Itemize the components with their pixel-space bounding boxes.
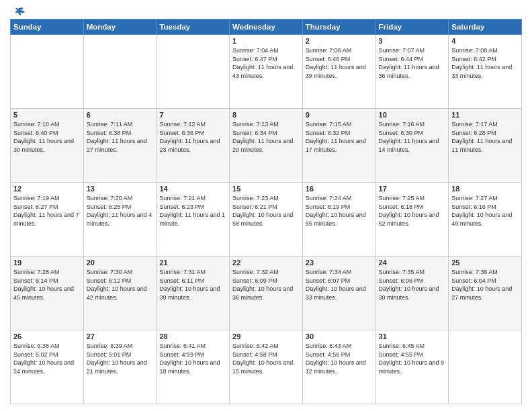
calendar-cell: 4Sunrise: 7:08 AMSunset: 6:42 PMDaylight… (449, 35, 522, 109)
day-number: 17 (379, 185, 446, 193)
weekday-header-tuesday: Tuesday (157, 19, 230, 35)
day-info: Sunrise: 7:30 AMSunset: 6:12 PMDaylight:… (87, 268, 154, 302)
day-number: 29 (232, 332, 300, 340)
day-number: 12 (13, 185, 81, 193)
day-info: Sunrise: 6:41 AMSunset: 4:59 PMDaylight:… (159, 342, 226, 375)
day-number: 23 (306, 259, 373, 267)
day-info: Sunrise: 7:23 AMSunset: 6:21 PMDaylight:… (232, 194, 300, 228)
calendar-cell: 17Sunrise: 7:25 AMSunset: 6:18 PMDayligh… (375, 183, 449, 257)
day-info: Sunrise: 6:45 AMSunset: 4:55 PMDaylight:… (379, 342, 446, 375)
calendar-cell: 15Sunrise: 7:23 AMSunset: 6:21 PMDayligh… (230, 183, 303, 257)
calendar-cell: 18Sunrise: 7:27 AMSunset: 6:16 PMDayligh… (449, 183, 522, 257)
weekday-header-sunday: Sunday (11, 19, 84, 35)
calendar-cell: 22Sunrise: 7:32 AMSunset: 6:09 PMDayligh… (230, 257, 303, 330)
weekday-header-saturday: Saturday (449, 19, 522, 35)
day-number: 9 (306, 111, 373, 119)
day-number: 21 (159, 259, 226, 267)
calendar-cell: 16Sunrise: 7:24 AMSunset: 6:19 PMDayligh… (302, 183, 375, 257)
calendar-cell: 23Sunrise: 7:34 AMSunset: 6:07 PMDayligh… (302, 257, 375, 330)
calendar-cell: 29Sunrise: 6:42 AMSunset: 4:58 PMDayligh… (230, 330, 303, 404)
calendar-cell: 19Sunrise: 7:28 AMSunset: 6:14 PMDayligh… (11, 257, 84, 330)
day-number: 24 (379, 259, 446, 267)
day-number: 16 (306, 185, 373, 193)
calendar-cell: 25Sunrise: 7:36 AMSunset: 6:04 PMDayligh… (449, 257, 522, 330)
day-number: 8 (232, 111, 300, 119)
weekday-header-wednesday: Wednesday (230, 19, 303, 35)
day-info: Sunrise: 7:24 AMSunset: 6:19 PMDaylight:… (306, 194, 373, 228)
day-number: 31 (379, 332, 446, 340)
calendar-cell: 3Sunrise: 7:07 AMSunset: 6:44 PMDaylight… (375, 35, 449, 109)
day-info: Sunrise: 7:13 AMSunset: 6:34 PMDaylight:… (232, 120, 300, 154)
calendar-week-4: 19Sunrise: 7:28 AMSunset: 6:14 PMDayligh… (11, 257, 522, 330)
calendar-cell: 1Sunrise: 7:04 AMSunset: 6:47 PMDaylight… (230, 35, 303, 109)
day-info: Sunrise: 7:04 AMSunset: 6:47 PMDaylight:… (232, 46, 300, 80)
logo-bird-icon (11, 7, 26, 17)
calendar-week-3: 12Sunrise: 7:19 AMSunset: 6:27 PMDayligh… (11, 183, 522, 257)
day-info: Sunrise: 6:38 AMSunset: 5:02 PMDaylight:… (13, 342, 81, 375)
day-number: 3 (379, 37, 446, 45)
calendar-cell: 27Sunrise: 6:39 AMSunset: 5:01 PMDayligh… (83, 330, 157, 404)
day-number: 10 (379, 111, 446, 119)
calendar-cell: 6Sunrise: 7:11 AMSunset: 6:38 PMDaylight… (83, 109, 157, 183)
calendar-cell: 30Sunrise: 6:43 AMSunset: 4:56 PMDayligh… (302, 330, 375, 404)
calendar-cell: 14Sunrise: 7:21 AMSunset: 6:23 PMDayligh… (157, 183, 230, 257)
calendar-cell: 10Sunrise: 7:16 AMSunset: 6:30 PMDayligh… (375, 109, 449, 183)
header (10, 7, 522, 16)
day-number: 6 (87, 111, 154, 119)
calendar-cell: 26Sunrise: 6:38 AMSunset: 5:02 PMDayligh… (11, 330, 84, 404)
day-info: Sunrise: 6:39 AMSunset: 5:01 PMDaylight:… (87, 342, 154, 375)
day-info: Sunrise: 7:36 AMSunset: 6:04 PMDaylight:… (451, 268, 519, 302)
day-info: Sunrise: 7:17 AMSunset: 6:28 PMDaylight:… (451, 120, 519, 154)
calendar-cell (449, 330, 522, 404)
day-number: 28 (159, 332, 226, 340)
day-info: Sunrise: 7:19 AMSunset: 6:27 PMDaylight:… (13, 194, 81, 228)
day-info: Sunrise: 7:31 AMSunset: 6:11 PMDaylight:… (159, 268, 226, 302)
calendar-table: SundayMondayTuesdayWednesdayThursdayFrid… (10, 19, 522, 404)
day-number: 27 (87, 332, 154, 340)
calendar-cell: 28Sunrise: 6:41 AMSunset: 4:59 PMDayligh… (157, 330, 230, 404)
day-info: Sunrise: 6:42 AMSunset: 4:58 PMDaylight:… (232, 342, 300, 375)
day-number: 1 (232, 37, 300, 45)
day-info: Sunrise: 7:11 AMSunset: 6:38 PMDaylight:… (87, 120, 154, 154)
calendar-cell: 24Sunrise: 7:35 AMSunset: 6:06 PMDayligh… (375, 257, 449, 330)
day-info: Sunrise: 7:35 AMSunset: 6:06 PMDaylight:… (379, 268, 446, 302)
day-number: 4 (451, 37, 519, 45)
day-number: 13 (87, 185, 154, 193)
day-info: Sunrise: 7:08 AMSunset: 6:42 PMDaylight:… (451, 46, 519, 80)
calendar-cell (83, 35, 157, 109)
day-info: Sunrise: 7:07 AMSunset: 6:44 PMDaylight:… (379, 46, 446, 80)
calendar-cell: 20Sunrise: 7:30 AMSunset: 6:12 PMDayligh… (83, 257, 157, 330)
calendar-cell: 8Sunrise: 7:13 AMSunset: 6:34 PMDaylight… (230, 109, 303, 183)
weekday-header-friday: Friday (375, 19, 449, 35)
calendar-cell: 21Sunrise: 7:31 AMSunset: 6:11 PMDayligh… (157, 257, 230, 330)
calendar-cell: 13Sunrise: 7:20 AMSunset: 6:25 PMDayligh… (83, 183, 157, 257)
calendar-week-5: 26Sunrise: 6:38 AMSunset: 5:02 PMDayligh… (11, 330, 522, 404)
day-number: 11 (451, 111, 519, 119)
calendar-cell: 9Sunrise: 7:15 AMSunset: 6:32 PMDaylight… (302, 109, 375, 183)
day-number: 7 (159, 111, 226, 119)
calendar-header-row: SundayMondayTuesdayWednesdayThursdayFrid… (11, 19, 522, 35)
calendar-cell (11, 35, 84, 109)
day-number: 2 (306, 37, 373, 45)
day-info: Sunrise: 7:25 AMSunset: 6:18 PMDaylight:… (379, 194, 446, 228)
calendar-cell (157, 35, 230, 109)
day-number: 30 (306, 332, 373, 340)
day-number: 19 (13, 259, 81, 267)
day-info: Sunrise: 7:06 AMSunset: 6:46 PMDaylight:… (306, 46, 373, 80)
calendar-body: 1Sunrise: 7:04 AMSunset: 6:47 PMDaylight… (11, 35, 522, 404)
calendar-cell: 2Sunrise: 7:06 AMSunset: 6:46 PMDaylight… (302, 35, 375, 109)
day-info: Sunrise: 7:34 AMSunset: 6:07 PMDaylight:… (306, 268, 373, 302)
weekday-header-thursday: Thursday (302, 19, 375, 35)
calendar-week-2: 5Sunrise: 7:10 AMSunset: 6:40 PMDaylight… (11, 109, 522, 183)
calendar-week-1: 1Sunrise: 7:04 AMSunset: 6:47 PMDaylight… (11, 35, 522, 109)
day-number: 15 (232, 185, 300, 193)
calendar-cell: 7Sunrise: 7:12 AMSunset: 6:36 PMDaylight… (157, 109, 230, 183)
day-number: 26 (13, 332, 81, 340)
day-info: Sunrise: 7:16 AMSunset: 6:30 PMDaylight:… (379, 120, 446, 154)
day-info: Sunrise: 7:12 AMSunset: 6:36 PMDaylight:… (159, 120, 226, 154)
day-number: 22 (232, 259, 300, 267)
day-info: Sunrise: 7:15 AMSunset: 6:32 PMDaylight:… (306, 120, 373, 154)
day-info: Sunrise: 6:43 AMSunset: 4:56 PMDaylight:… (306, 342, 373, 375)
calendar-cell: 11Sunrise: 7:17 AMSunset: 6:28 PMDayligh… (449, 109, 522, 183)
day-info: Sunrise: 7:10 AMSunset: 6:40 PMDaylight:… (13, 120, 81, 154)
